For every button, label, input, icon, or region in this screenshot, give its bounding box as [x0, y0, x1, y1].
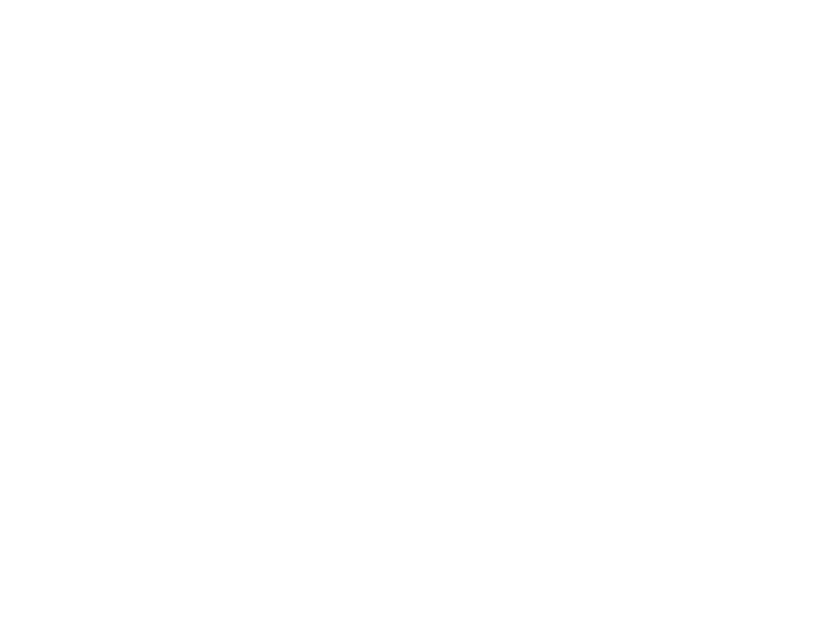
figure	[90, 30, 790, 590]
